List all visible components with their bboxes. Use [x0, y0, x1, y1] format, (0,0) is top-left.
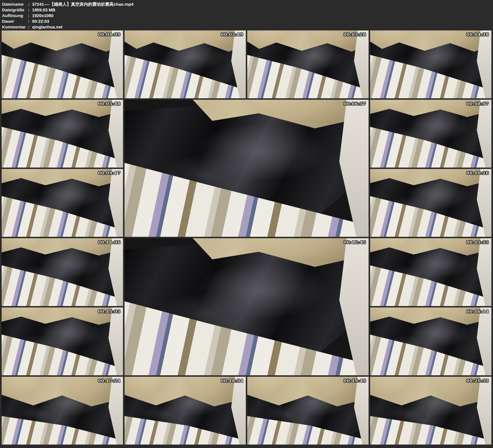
separator: :	[28, 7, 32, 13]
video-thumbnail: 00:01:09	[2, 31, 123, 98]
timestamp-overlay: 00:06:57	[344, 101, 366, 106]
separator: :	[28, 19, 32, 24]
resolution-value: 1920x1080	[32, 13, 493, 19]
video-thumbnail: 00:18:34	[124, 377, 246, 445]
timestamp-overlay: 00:11:36	[98, 240, 121, 245]
separator: :	[28, 1, 32, 7]
video-thumbnail: 00:15:05	[2, 307, 123, 375]
timestamp-overlay: 00:10:26	[466, 170, 489, 176]
duration-value: 00:22:03	[32, 19, 493, 24]
meta-row-comment: Kommentar : qinglanhua.net	[2, 24, 493, 30]
video-thumbnail: 00:10:26	[370, 169, 492, 237]
timestamp-overlay: 00:01:09	[98, 32, 121, 37]
timestamp-overlay: 00:13:55	[466, 240, 489, 245]
video-thumbnail: 00:17:24	[2, 377, 123, 445]
comment-label: Kommentar	[2, 24, 28, 30]
file-metadata-header: Dateiname : 37241----【稳画人】真空床内的震动折磨高chao…	[0, 0, 493, 31]
video-thumbnail: 00:16:14	[370, 307, 492, 375]
separator: :	[28, 13, 32, 19]
comment-value: qinglanhua.net	[32, 24, 493, 30]
filesize-label: Dateigröße	[2, 7, 28, 13]
resolution-label: Auflösung	[2, 13, 28, 19]
filesize-value: 1959.03 MB	[32, 7, 493, 13]
video-thumbnail: 00:09:17	[2, 169, 123, 237]
meta-row-filesize: Dateigröße : 1959.03 MB	[2, 7, 493, 13]
video-thumbnail: 00:12:45	[124, 238, 369, 375]
timestamp-overlay: 00:04:38	[466, 32, 489, 37]
separator: :	[28, 24, 32, 30]
filename-label: Dateiname	[2, 1, 28, 7]
video-thumbnail: 00:04:38	[370, 31, 492, 98]
timestamp-overlay: 00:02:19	[221, 32, 243, 37]
timestamp-overlay: 00:17:24	[98, 378, 121, 383]
video-thumbnail: 00:02:19	[124, 31, 246, 98]
video-thumbnail: 00:06:57	[124, 100, 369, 237]
timestamp-overlay: 00:16:14	[466, 309, 489, 314]
duration-label: Dauer	[2, 19, 28, 24]
video-thumbnail: 00:19:43	[247, 377, 369, 445]
timestamp-overlay: 00:09:17	[98, 170, 121, 176]
filename-value: 37241----【稳画人】真空床内的震动折磨高chao.mp4	[32, 1, 493, 7]
video-thumbnail: 00:08:07	[370, 100, 492, 168]
timestamp-overlay: 00:15:05	[98, 309, 121, 314]
timestamp-overlay: 00:05:48	[98, 101, 121, 106]
timestamp-overlay: 00:12:45	[344, 240, 366, 245]
video-thumbnail: 00:05:48	[2, 100, 123, 168]
timestamp-overlay: 00:19:43	[344, 378, 366, 383]
timestamp-overlay: 00:18:34	[221, 378, 243, 383]
meta-row-resolution: Auflösung : 1920x1080	[2, 13, 493, 19]
video-thumbnail: 00:13:55	[370, 238, 492, 306]
video-thumbnail: 00:03:28	[247, 31, 369, 98]
timestamp-overlay: 00:20:53	[466, 378, 489, 383]
meta-row-duration: Dauer : 00:22:03	[2, 19, 493, 24]
timestamp-overlay: 00:08:07	[466, 101, 489, 106]
video-thumbnail: 00:11:36	[2, 238, 123, 306]
timestamp-overlay: 00:03:28	[344, 32, 366, 37]
video-thumbnail: 00:20:53	[370, 377, 492, 445]
meta-row-filename: Dateiname : 37241----【稳画人】真空床内的震动折磨高chao…	[2, 1, 493, 7]
thumbnail-grid: 00:01:09 00:02:19 00:03:28 00:04:38 00:0…	[0, 31, 493, 445]
